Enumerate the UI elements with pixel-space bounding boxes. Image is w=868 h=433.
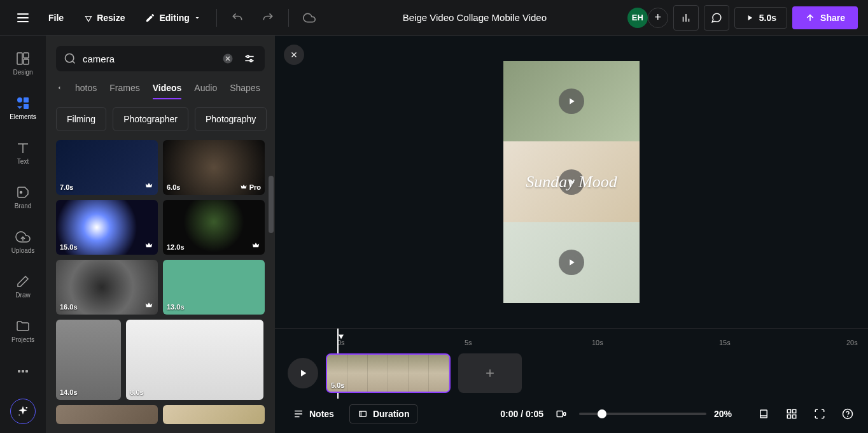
nav-elements[interactable]: Elements (0, 87, 46, 129)
help-button[interactable] (837, 404, 858, 424)
canvas-viewport[interactable]: Sunday Mood (275, 36, 868, 328)
video-duration-label: 14.0s (60, 388, 78, 396)
canvas-frame[interactable]: Sunday Mood (503, 61, 640, 303)
video-result-item[interactable]: 16.0s (56, 260, 158, 315)
nav-uploads[interactable]: Uploads (0, 220, 46, 262)
add-page-button[interactable] (458, 353, 522, 393)
main-layout: Design Elements Text Brand Uploads (0, 36, 868, 433)
nav-label: Design (13, 69, 32, 76)
brand-icon (15, 185, 31, 200)
nav-design[interactable]: Design (0, 42, 46, 84)
notes-button[interactable]: Notes (285, 404, 342, 423)
page-view-button[interactable] (753, 404, 774, 424)
filter-chip-photographer[interactable]: Photographer (113, 107, 188, 131)
video-result-item[interactable] (163, 405, 265, 424)
nav-brand[interactable]: Brand (0, 176, 46, 218)
premium-crown-icon (251, 241, 261, 251)
analytics-button[interactable] (673, 5, 699, 31)
undo-button[interactable] (225, 5, 250, 31)
upload-icon (805, 13, 815, 23)
comments-button[interactable] (704, 5, 729, 31)
search-bar (56, 46, 265, 71)
video-result-item[interactable]: 13.0s (163, 260, 265, 315)
video-result-item[interactable]: 15.0s (56, 200, 158, 255)
filter-chip-filming[interactable]: Filming (56, 107, 106, 131)
search-input[interactable] (83, 53, 214, 64)
video-result-item[interactable]: 8.0s (126, 320, 263, 400)
editing-mode-menu[interactable]: Editing (137, 8, 208, 28)
cloud-sync-button[interactable] (297, 5, 322, 31)
apps-icon (15, 367, 31, 383)
close-icon (290, 50, 298, 59)
play-video-button[interactable] (559, 89, 584, 114)
ruler-mark: 5s (465, 339, 472, 346)
templates-icon (15, 51, 31, 66)
video-result-item[interactable]: 7.0s (56, 140, 158, 195)
resize-menu[interactable]: Resize (76, 8, 132, 28)
play-icon (566, 257, 577, 267)
nav-text[interactable]: Text (0, 131, 46, 173)
svg-rect-7 (24, 97, 29, 103)
tab-audio[interactable]: Audio (194, 78, 217, 98)
fullscreen-button[interactable] (809, 404, 830, 424)
comment-icon (711, 12, 722, 24)
project-title[interactable]: Beige Video Collage Mobile Video (327, 12, 622, 23)
thumbnail-view-button[interactable] (551, 404, 571, 424)
video-result-item[interactable]: 6.0s Pro (163, 140, 265, 195)
redo-button[interactable] (255, 5, 281, 31)
preview-play-button[interactable]: 5.0s (734, 7, 787, 29)
filter-chip-photography[interactable]: Photography (195, 107, 267, 131)
user-avatar[interactable]: EH (627, 8, 648, 28)
add-collaborator-button[interactable]: + (648, 8, 668, 28)
notes-icon (293, 408, 304, 420)
top-toolbar: File Resize Editing Beige Video Collage … (0, 0, 868, 36)
svg-rect-29 (360, 411, 367, 416)
video-result-item[interactable]: 14.0s (56, 320, 121, 400)
svg-rect-11 (22, 370, 24, 373)
cloud-icon (303, 11, 316, 24)
canvas-video-slot-2[interactable]: Sunday Mood (503, 141, 640, 222)
clear-search-button[interactable] (220, 51, 235, 66)
tab-shapes[interactable]: Shapes (230, 78, 260, 98)
zoom-level-label[interactable]: 20% (714, 409, 746, 419)
tabs-prev-button[interactable] (56, 85, 62, 91)
canvas-video-slot-3[interactable] (503, 222, 640, 303)
svg-line-16 (73, 61, 75, 64)
svg-point-39 (848, 416, 848, 416)
timeline-clip[interactable]: 5.0s (326, 353, 451, 393)
premium-crown-icon (144, 301, 154, 311)
hamburger-icon (17, 13, 29, 22)
text-icon (15, 140, 31, 155)
video-result-item[interactable]: 12.0s (163, 200, 265, 255)
tab-frames[interactable]: Frames (109, 78, 139, 98)
canvas-text-overlay[interactable]: Sunday Mood (526, 173, 617, 192)
zoom-slider-thumb[interactable] (598, 409, 606, 418)
panel-scrollbar[interactable] (269, 176, 274, 233)
magic-ai-button[interactable] (10, 399, 36, 424)
play-video-button[interactable] (559, 250, 584, 275)
folder-icon (15, 318, 31, 334)
nav-draw[interactable]: Draw (0, 265, 46, 307)
nav-apps[interactable] (0, 354, 46, 396)
grid-view-button[interactable] (781, 404, 802, 424)
tab-photos[interactable]: hotos (75, 78, 97, 98)
canvas-video-slot-1[interactable] (503, 61, 640, 142)
svg-rect-35 (793, 409, 796, 413)
duration-button[interactable]: Duration (349, 404, 418, 423)
video-duration-label: 16.0s (60, 303, 78, 311)
chevron-left-icon (56, 85, 62, 91)
search-filter-button[interactable] (242, 51, 257, 66)
nav-projects[interactable]: Projects (0, 309, 46, 351)
file-menu[interactable]: File (41, 8, 71, 28)
filter-chips-row: Filming Photographer Photography (46, 98, 275, 140)
video-result-item[interactable] (56, 405, 158, 424)
help-icon (842, 408, 853, 420)
tab-videos[interactable]: Videos (153, 78, 182, 98)
timeline-play-button[interactable] (288, 358, 318, 388)
timeline-ruler[interactable]: 0s5s10s15s20s (275, 329, 868, 348)
share-button[interactable]: Share (792, 6, 858, 29)
close-panel-button[interactable] (284, 45, 304, 65)
bar-chart-icon (680, 12, 692, 24)
zoom-slider[interactable] (579, 413, 706, 415)
main-menu-button[interactable] (10, 5, 36, 31)
